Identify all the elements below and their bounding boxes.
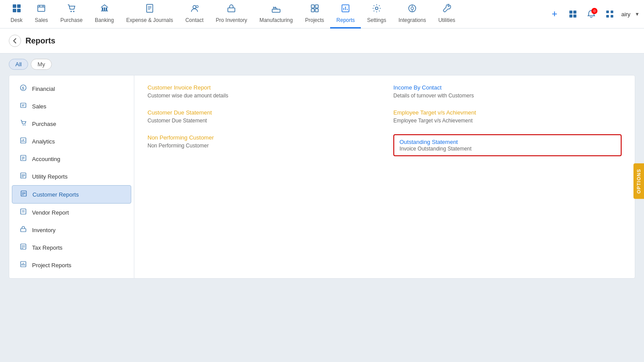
utilities-label: Utilities <box>438 17 455 23</box>
report-link-customer-due[interactable]: Customer Due Statement <box>148 109 376 116</box>
page-title: Reports <box>25 36 55 46</box>
nav-item-integrations[interactable]: Integrations <box>392 0 432 29</box>
report-desc-outstanding: Invoice Outstanding Statement <box>399 146 471 152</box>
sidebar-label-vendor-report: Vendor Report <box>32 209 69 216</box>
svg-rect-11 <box>104 7 105 11</box>
report-desc-employee-target: Employee Target v/s Achievement <box>393 118 622 124</box>
contact-icon <box>190 4 199 15</box>
outstanding-box: Outstanding Statement Invoice Outstandin… <box>393 134 622 156</box>
svg-rect-66 <box>21 209 26 214</box>
svg-rect-23 <box>315 5 318 8</box>
nav-item-desk[interactable]: Desk <box>4 0 29 29</box>
options-tab[interactable]: OPTIONS <box>633 163 644 199</box>
sidebar-label-sales: Sales <box>32 103 47 110</box>
financial-icon: $ <box>19 84 28 93</box>
report-link-outstanding[interactable]: Outstanding Statement <box>399 139 458 145</box>
sidebar-label-financial: Financial <box>32 86 55 92</box>
sidebar-label-inventory: Inventory <box>32 227 55 233</box>
svg-rect-41 <box>606 15 609 18</box>
sidebar-item-vendor-report[interactable]: Vendor Report <box>12 204 131 221</box>
banking-label: Banking <box>95 17 114 23</box>
customer-reports-icon <box>19 190 28 199</box>
nav-item-pro-inventory[interactable]: Pro Inventory <box>210 0 253 29</box>
banking-icon <box>100 4 109 15</box>
svg-rect-25 <box>315 9 318 12</box>
report-link-income-by-contact[interactable]: Income By Contact <box>393 84 622 91</box>
svg-rect-0 <box>13 4 16 8</box>
nav-item-contact[interactable]: Contact <box>179 0 209 29</box>
purchase-label: Purchase <box>60 17 83 23</box>
report-group-outstanding: Outstanding Statement Invoice Outstandin… <box>393 134 622 156</box>
sidebar-label-project-reports: Project Reports <box>32 262 72 269</box>
report-group-non-performing: Non Performing Customer Non Performing C… <box>148 134 376 156</box>
svg-rect-14 <box>147 4 153 12</box>
sidebar-item-sales[interactable]: Sales <box>12 97 131 115</box>
user-dropdown-icon[interactable]: ▼ <box>635 11 640 17</box>
notification-badge: 0 <box>591 8 597 14</box>
svg-point-48 <box>23 125 24 125</box>
user-name[interactable]: airy <box>621 11 630 18</box>
nav-item-utilities[interactable]: Utilities <box>432 0 461 29</box>
sidebar-item-accounting[interactable]: Accounting <box>12 150 131 168</box>
expense-icon <box>145 4 155 15</box>
add-button[interactable]: + <box>547 7 561 21</box>
nav-item-expense[interactable]: Expense & Journals <box>120 0 179 29</box>
purchase-sidebar-icon <box>19 119 28 128</box>
nav-item-settings[interactable]: Settings <box>361 0 392 29</box>
svg-rect-45 <box>21 103 26 108</box>
app-switcher-button[interactable] <box>603 7 617 21</box>
sidebar-label-tax-reports: Tax Reports <box>32 244 62 251</box>
notification-button[interactable]: 0 <box>584 7 598 21</box>
svg-rect-24 <box>311 9 314 12</box>
reports-label: Reports <box>336 17 355 23</box>
top-navigation: Desk Sales Purchase Banking <box>0 0 644 29</box>
nav-item-manufacturing[interactable]: Manufacturing <box>253 0 299 29</box>
sidebar-item-analytics[interactable]: Analytics <box>12 133 131 150</box>
svg-rect-22 <box>311 5 314 8</box>
sidebar-label-purchase: Purchase <box>32 121 56 127</box>
report-desc-customer-due: Customer Due Statement <box>148 118 376 124</box>
filter-tab-all[interactable]: All <box>9 59 28 70</box>
settings-icon <box>372 4 381 15</box>
nav-item-sales[interactable]: Sales <box>29 0 54 29</box>
sidebar-item-project-reports[interactable]: Project Reports <box>12 256 131 274</box>
report-desc-customer-invoice: Customer wise due amount details <box>148 93 376 99</box>
sidebar-item-customer-reports[interactable]: Customer Reports <box>12 185 131 204</box>
svg-rect-12 <box>106 7 107 11</box>
sidebar-item-utility-reports[interactable]: Utility Reports <box>12 168 131 185</box>
grid-view-button[interactable] <box>566 7 580 21</box>
svg-rect-36 <box>573 11 576 14</box>
sidebar-item-purchase[interactable]: Purchase <box>12 115 131 133</box>
report-area: Customer Invoice Report Customer wise du… <box>134 75 635 278</box>
page-header: Reports <box>0 29 644 54</box>
svg-rect-20 <box>228 8 235 12</box>
svg-rect-42 <box>611 15 613 18</box>
report-link-employee-target[interactable]: Employee Target v/s Achievment <box>393 109 622 116</box>
nav-item-projects[interactable]: Projects <box>299 0 330 29</box>
svg-point-19 <box>196 6 198 8</box>
accounting-icon <box>19 154 28 163</box>
sales-icon <box>36 4 46 15</box>
svg-rect-38 <box>573 14 576 18</box>
sidebar-item-financial[interactable]: $ Financial <box>12 80 131 97</box>
back-button[interactable] <box>9 35 21 47</box>
svg-point-32 <box>411 7 414 10</box>
sidebar-item-inventory[interactable]: Inventory <box>12 221 131 239</box>
report-link-non-performing[interactable]: Non Performing Customer <box>148 134 376 141</box>
main-content: $ Financial Sales Purchase Ana <box>0 75 644 287</box>
desk-label: Desk <box>11 17 22 23</box>
sidebar-item-tax-reports[interactable]: Tax Reports <box>12 239 131 256</box>
nav-item-banking[interactable]: Banking <box>89 0 120 29</box>
settings-label: Settings <box>367 17 386 23</box>
svg-point-18 <box>193 6 196 9</box>
report-desc-income-by-contact: Details of turnover with Customers <box>393 93 622 99</box>
projects-icon <box>310 4 320 15</box>
svg-text:$: $ <box>22 86 24 90</box>
nav-item-reports[interactable]: Reports <box>330 0 361 29</box>
report-link-customer-invoice[interactable]: Customer Invoice Report <box>148 84 376 91</box>
vendor-report-icon <box>19 208 28 217</box>
filter-tab-my[interactable]: My <box>31 59 51 70</box>
reports-icon <box>341 4 350 15</box>
nav-item-purchase[interactable]: Purchase <box>54 0 89 29</box>
content-panel: $ Financial Sales Purchase Ana <box>9 75 635 279</box>
